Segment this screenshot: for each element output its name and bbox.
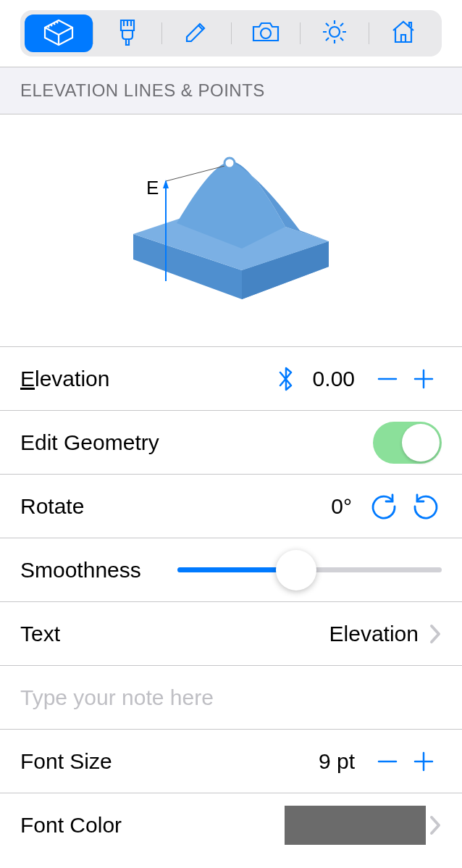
camera-tool[interactable] (232, 14, 300, 52)
decrement-button[interactable] (369, 743, 406, 780)
section-header: ELEVATION LINES & POINTS (0, 67, 462, 114)
note-row (0, 666, 462, 730)
text-row[interactable]: Text Elevation (0, 602, 462, 666)
font-size-label: Font Size (20, 749, 112, 774)
svg-point-0 (261, 28, 271, 38)
toggle-knob (402, 424, 440, 462)
house-icon (389, 19, 418, 48)
text-value: Elevation (329, 622, 419, 646)
home-tool[interactable] (369, 14, 437, 52)
smoothness-slider[interactable] (177, 550, 442, 591)
elevation-value: 0.00 (313, 367, 355, 391)
rotate-label: Rotate (20, 494, 84, 519)
font-color-row[interactable]: Font Color (0, 793, 462, 857)
smoothness-label: Smoothness (20, 558, 141, 583)
design-tool[interactable] (25, 14, 93, 52)
bluetooth-icon[interactable] (277, 364, 295, 393)
rotate-row: Rotate 0° (0, 475, 462, 538)
elevation-row: Elevation 0.00 (0, 347, 462, 411)
edit-geometry-toggle[interactable] (373, 422, 442, 464)
smoothness-row: Smoothness (0, 538, 462, 602)
preview-label: E (146, 177, 159, 199)
terrain-illustration: E (112, 143, 350, 303)
sun-tool[interactable] (301, 14, 369, 52)
camera-icon (251, 20, 281, 47)
brush-tool[interactable] (93, 14, 161, 52)
toolbar-container (0, 0, 462, 67)
font-color-swatch[interactable] (285, 806, 426, 845)
ruler-box-icon (42, 17, 75, 49)
svg-point-8 (224, 158, 235, 168)
section-title: ELEVATION LINES & POINTS (20, 80, 265, 100)
chevron-right-icon (429, 814, 442, 836)
svg-marker-7 (163, 180, 169, 188)
decrement-button[interactable] (369, 361, 406, 397)
elevation-label: Elevation (20, 367, 109, 391)
font-size-value: 9 pt (319, 749, 355, 774)
font-color-label: Font Color (20, 813, 122, 838)
brush-icon (115, 17, 140, 49)
increment-button[interactable] (406, 743, 442, 780)
pencil-icon (182, 18, 210, 49)
settings-list: Elevation 0.00 Edit Geometry Rotate 0° (0, 346, 462, 857)
svg-point-1 (329, 27, 340, 37)
elevation-preview: E (0, 114, 462, 346)
text-label: Text (20, 622, 60, 646)
increment-button[interactable] (406, 361, 442, 397)
sun-icon (321, 18, 348, 49)
chevron-right-icon (429, 623, 442, 645)
rotate-ccw-button[interactable] (410, 491, 442, 522)
note-input[interactable] (20, 685, 442, 710)
font-size-row: Font Size 9 pt (0, 730, 462, 793)
toolbar (20, 10, 442, 57)
slider-thumb[interactable] (276, 550, 316, 591)
edit-geometry-label: Edit Geometry (20, 430, 159, 455)
pencil-tool[interactable] (162, 14, 230, 52)
rotate-cw-button[interactable] (368, 491, 400, 522)
edit-geometry-row: Edit Geometry (0, 411, 462, 475)
rotate-value: 0° (331, 494, 352, 519)
